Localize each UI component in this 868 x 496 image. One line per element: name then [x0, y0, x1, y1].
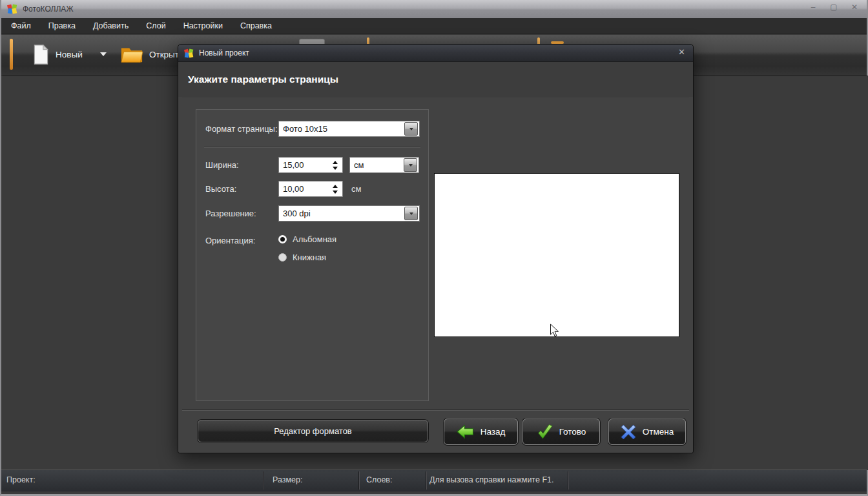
chevron-down-icon	[409, 164, 413, 167]
width-stepper	[278, 157, 343, 173]
window-title: ФотоКОЛЛАЖ	[23, 5, 73, 14]
orientation-portrait-label: Книжная	[293, 253, 326, 262]
open-button[interactable]: Открыть	[120, 39, 183, 70]
menu-edit[interactable]: Правка	[48, 21, 76, 30]
new-button[interactable]: Новый	[32, 39, 107, 70]
cancel-x-icon	[621, 424, 636, 440]
dialog-titlebar[interactable]: Новый проект ✕	[178, 45, 693, 62]
minimize-icon[interactable]: –	[807, 3, 819, 12]
page-settings-panel: Формат страницы: Фото 10x15 Ширина: см В…	[196, 109, 429, 401]
height-stepper	[278, 181, 343, 197]
arrow-down-icon[interactable]	[333, 191, 338, 194]
cancel-button[interactable]: Отмена	[608, 418, 686, 445]
format-label: Формат страницы:	[205, 121, 278, 137]
status-separator	[568, 471, 569, 490]
dialog-close-icon[interactable]: ✕	[678, 47, 685, 57]
cancel-button-label: Отмена	[643, 427, 674, 437]
format-select[interactable]: Фото 10x15	[278, 121, 420, 137]
mouse-cursor-icon	[550, 324, 559, 338]
resolution-select[interactable]: 300 dpi	[278, 205, 420, 222]
stepper-arrows[interactable]	[330, 185, 340, 194]
maximize-icon[interactable]: ▢	[828, 3, 840, 12]
close-icon[interactable]: ✕	[849, 3, 860, 12]
orientation-landscape-option[interactable]: Альбомная	[278, 234, 336, 244]
new-dropdown-arrow-icon[interactable]	[100, 52, 107, 56]
status-project-label: Проект:	[6, 475, 36, 484]
app-window: ФотоКОЛЛАЖ – ▢ ✕ Файл Правка Добавить Сл…	[0, 0, 868, 496]
menu-add[interactable]: Добавить	[93, 21, 129, 30]
width-unit-select[interactable]: см	[349, 157, 419, 173]
divider	[204, 147, 420, 148]
window-titlebar: ФотоКОЛЛАЖ – ▢ ✕	[1, 0, 867, 18]
formats-editor-button[interactable]: Редактор форматов	[198, 420, 428, 442]
width-input[interactable]	[279, 160, 330, 170]
app-logo-icon	[7, 4, 17, 14]
app-logo-icon	[184, 48, 194, 58]
orientation-portrait-option[interactable]: Книжная	[278, 252, 326, 262]
arrow-down-icon[interactable]	[333, 167, 338, 170]
toolbar-accent-bar	[10, 39, 13, 70]
height-unit-label: см	[351, 181, 361, 197]
new-document-icon	[32, 44, 50, 65]
orientation-label: Ориентация:	[205, 232, 255, 249]
menu-bar: Файл Правка Добавить Слой Настройки Спра…	[1, 18, 867, 34]
radio-selected-icon[interactable]	[278, 235, 287, 243]
status-layers-label: Слоев:	[366, 475, 392, 484]
back-button[interactable]: Назад	[444, 418, 518, 445]
page-preview	[434, 173, 679, 337]
menu-layer[interactable]: Слой	[146, 21, 165, 30]
menu-help[interactable]: Справка	[240, 21, 272, 30]
orientation-landscape-label: Альбомная	[293, 234, 336, 244]
resolution-value: 300 dpi	[279, 209, 404, 218]
done-button[interactable]: Готово	[522, 418, 600, 445]
new-project-dialog: Новый проект ✕ Укажите параметры страниц…	[178, 44, 694, 453]
divider	[182, 97, 689, 98]
chevron-down-icon	[409, 128, 413, 130]
chevron-down-icon	[409, 212, 413, 215]
stepper-arrows[interactable]	[330, 161, 340, 170]
width-label: Ширина:	[205, 157, 239, 173]
status-separator	[426, 471, 427, 490]
arrow-up-icon[interactable]	[333, 161, 338, 164]
back-button-label: Назад	[480, 427, 506, 437]
window-controls: – ▢ ✕	[807, 3, 860, 12]
height-label: Высота:	[205, 181, 236, 197]
arrow-up-icon[interactable]	[333, 185, 338, 188]
status-bar: Проект: Размер: Слоев: Для вызова справк…	[1, 470, 867, 491]
resolution-label: Разрешение:	[205, 205, 256, 222]
dropdown-button[interactable]	[404, 207, 418, 220]
dropdown-button[interactable]	[404, 158, 417, 172]
width-unit-value: см	[350, 160, 404, 170]
done-button-label: Готово	[559, 427, 586, 437]
dialog-header: Укажите параметры страницы	[178, 62, 693, 97]
status-help-text: Для вызова справки нажмите F1.	[429, 475, 553, 484]
status-size-label: Размер:	[273, 475, 302, 484]
dialog-title: Новый проект	[199, 48, 249, 57]
back-arrow-icon	[457, 424, 474, 439]
dialog-heading: Укажите параметры страницы	[188, 74, 338, 85]
dropdown-button[interactable]	[404, 122, 418, 136]
menu-settings[interactable]: Настройки	[183, 21, 223, 30]
divider	[182, 409, 689, 411]
radio-unselected-icon[interactable]	[278, 253, 287, 262]
new-button-label: Новый	[56, 50, 83, 59]
menu-file[interactable]: Файл	[11, 21, 31, 30]
status-separator	[358, 471, 360, 490]
height-input[interactable]	[279, 183, 330, 194]
checkmark-icon	[537, 424, 553, 439]
open-folder-icon	[120, 45, 143, 64]
format-value: Фото 10x15	[279, 124, 404, 134]
status-separator	[263, 471, 264, 490]
